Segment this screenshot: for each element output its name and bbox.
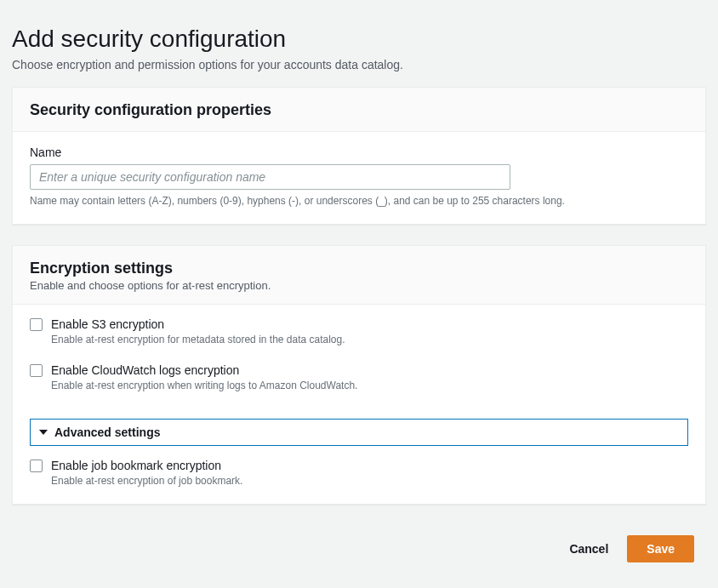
s3-encryption-description: Enable at-rest encryption for metadata s…: [51, 334, 688, 345]
bookmark-encryption-description: Enable at-rest encryption of job bookmar…: [51, 475, 688, 487]
properties-panel: Security configuration properties Name N…: [12, 87, 706, 225]
cloudwatch-encryption-content: Enable CloudWatch logs encryption Enable…: [51, 363, 688, 391]
s3-encryption-checkbox[interactable]: [30, 318, 43, 331]
page-title: Add security configuration: [12, 26, 706, 53]
bookmark-encryption-checkbox[interactable]: [30, 460, 43, 472]
encryption-panel-subtitle: Enable and choose options for at-rest en…: [30, 279, 688, 292]
bookmark-encryption-row: Enable job bookmark encryption Enable at…: [13, 446, 705, 504]
encryption-panel: Encryption settings Enable and choose op…: [12, 245, 706, 505]
footer-actions: Cancel Save: [0, 525, 718, 573]
s3-encryption-content: Enable S3 encryption Enable at-rest encr…: [51, 317, 688, 345]
advanced-settings-label: Advanced settings: [54, 425, 160, 439]
s3-encryption-row: Enable S3 encryption Enable at-rest encr…: [13, 305, 705, 351]
properties-panel-title: Security configuration properties: [30, 101, 688, 119]
s3-encryption-label[interactable]: Enable S3 encryption: [51, 317, 164, 331]
cloudwatch-encryption-checkbox[interactable]: [30, 364, 43, 377]
properties-panel-body: Name Name may contain letters (A-Z), num…: [13, 132, 705, 224]
name-help-text: Name may contain letters (A-Z), numbers …: [30, 195, 688, 207]
cancel-button[interactable]: Cancel: [566, 535, 612, 562]
name-input[interactable]: [30, 164, 510, 190]
save-button[interactable]: Save: [627, 535, 694, 562]
bookmark-encryption-content: Enable job bookmark encryption Enable at…: [51, 458, 688, 487]
cloudwatch-encryption-description: Enable at-rest encryption when writing l…: [51, 380, 688, 391]
name-label: Name: [30, 146, 688, 159]
caret-down-icon: [39, 430, 48, 435]
cloudwatch-encryption-row: Enable CloudWatch logs encryption Enable…: [13, 351, 705, 408]
properties-panel-header: Security configuration properties: [13, 88, 705, 132]
cloudwatch-encryption-label[interactable]: Enable CloudWatch logs encryption: [51, 363, 239, 377]
encryption-panel-title: Encryption settings: [30, 260, 688, 277]
page-header: Add security configuration Choose encryp…: [0, 0, 718, 87]
page-subtitle: Choose encryption and permission options…: [12, 58, 706, 71]
advanced-settings-toggle[interactable]: Advanced settings: [30, 419, 688, 446]
encryption-panel-header: Encryption settings Enable and choose op…: [13, 246, 705, 305]
bookmark-encryption-label[interactable]: Enable job bookmark encryption: [51, 459, 221, 472]
